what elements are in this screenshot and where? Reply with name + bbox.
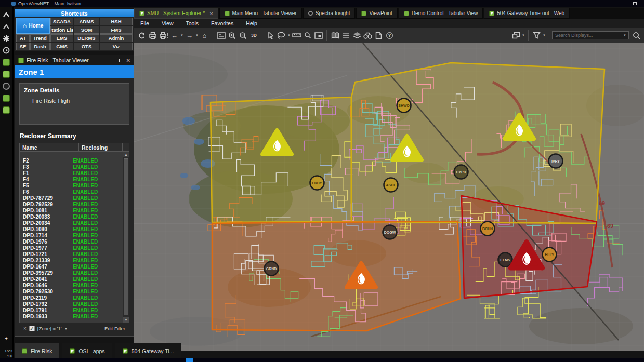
table-row[interactable]: DPD-20033ENABLED bbox=[20, 214, 123, 220]
table-row[interactable]: DPD-20034ENABLED bbox=[20, 220, 123, 226]
search-go-icon[interactable] bbox=[631, 30, 642, 41]
shortcut-gms-button[interactable]: GMS bbox=[50, 43, 73, 50]
app-icon-green-1[interactable] bbox=[2, 58, 11, 67]
lasso-dropdown-caret[interactable]: ▼ bbox=[287, 30, 291, 41]
shortcut-viz-button[interactable]: Viz bbox=[100, 43, 133, 50]
home-nav-icon[interactable]: ⌂ bbox=[199, 30, 210, 41]
menu-item-tools[interactable]: Tools bbox=[180, 20, 205, 26]
filter-funnel-caret[interactable]: ▼ bbox=[542, 30, 546, 41]
document-tab-demo-control-tabular-view[interactable]: Demo Control - Tabular View bbox=[399, 8, 483, 19]
zoom-out-icon[interactable] bbox=[238, 30, 248, 41]
shortcut-som-button[interactable]: SOM bbox=[74, 26, 99, 34]
menu-item-help[interactable]: Help bbox=[240, 20, 264, 26]
shortcut-home-button[interactable]: ⌂ Home bbox=[16, 18, 50, 34]
search-displays-combo[interactable]: ▼ bbox=[552, 31, 629, 39]
panel-close-button[interactable]: ✕ bbox=[126, 58, 130, 63]
app-icon-green-3[interactable] bbox=[2, 93, 11, 103]
menu-item-file[interactable]: File bbox=[134, 20, 155, 26]
help-icon[interactable]: ? bbox=[384, 30, 395, 41]
menu-item-favorites[interactable]: Favorites bbox=[205, 20, 240, 26]
table-row[interactable]: DPD-792529ENABLED bbox=[20, 202, 123, 208]
layers-icon[interactable] bbox=[351, 30, 362, 41]
taskbar-tab-osi-apps[interactable]: OSI - apps bbox=[62, 343, 112, 358]
nav-chevron-icon-2[interactable] bbox=[2, 22, 11, 31]
shortcut-admin-button[interactable]: Admin bbox=[100, 34, 133, 42]
back-icon[interactable]: ← bbox=[169, 30, 180, 41]
table-row[interactable]: DPD-1791ENABLED bbox=[20, 307, 123, 314]
shortcut-scada-button[interactable]: SCADA bbox=[50, 18, 73, 25]
table-row[interactable]: DPD-395729ENABLED bbox=[20, 270, 123, 276]
window-minimize-button[interactable]: — bbox=[617, 1, 622, 6]
filter-expression[interactable]: [Zone] = '1' bbox=[37, 326, 62, 331]
view-3d-button[interactable]: 3D bbox=[248, 30, 259, 41]
nav-chevron-icon-1[interactable] bbox=[2, 10, 11, 19]
document-tab-viewpoint[interactable]: ViewPoint bbox=[356, 8, 397, 19]
shortcut-se-button[interactable]: SE bbox=[16, 43, 30, 50]
book-panel-icon[interactable] bbox=[330, 30, 340, 41]
tab-close-icon[interactable]: × bbox=[209, 10, 213, 17]
taskbar-tab-fire-risk[interactable]: Fire Risk bbox=[15, 343, 59, 358]
table-row[interactable]: DPD-2119ENABLED bbox=[20, 295, 123, 301]
table-row[interactable]: DPD-1080ENABLED bbox=[20, 226, 123, 233]
window-layout-caret[interactable]: ▼ bbox=[521, 30, 525, 41]
forward-dropdown-caret[interactable]: ▼ bbox=[195, 30, 199, 41]
shortcut-ots-button[interactable]: OTS bbox=[74, 43, 99, 50]
document-tab-main-menu-tabular-viewer[interactable]: Main Menu - Tabular Viewer bbox=[219, 8, 302, 19]
pointer-icon[interactable] bbox=[265, 30, 276, 41]
shortcut-adms-button[interactable]: ADMS bbox=[74, 18, 99, 25]
column-header-reclosing[interactable]: Reclosing bbox=[79, 143, 123, 151]
display-window-icon[interactable] bbox=[216, 30, 227, 41]
app-icon-green-4[interactable] bbox=[2, 105, 11, 115]
table-row[interactable]: F2ENABLED bbox=[20, 158, 123, 164]
table-row[interactable]: DPD-787729ENABLED bbox=[20, 195, 123, 202]
lasso-select-icon[interactable] bbox=[276, 30, 287, 41]
scroll-up-button[interactable]: ▲ bbox=[123, 152, 129, 157]
find-zoom-icon[interactable] bbox=[302, 30, 313, 41]
clock-icon[interactable] bbox=[2, 46, 11, 55]
table-scrollbar[interactable]: ▲ ▼ bbox=[123, 152, 129, 323]
edit-filter-button[interactable]: Edit Filter bbox=[104, 326, 125, 331]
table-row[interactable]: F6ENABLED bbox=[20, 189, 123, 195]
zoom-in-icon[interactable] bbox=[227, 30, 238, 41]
taskbar-tab-504-gateway-ti[interactable]: 504 Gateway Ti... bbox=[115, 343, 181, 358]
shortcuts-header[interactable]: Shortcuts bbox=[15, 9, 134, 17]
filter-dropdown-icon[interactable]: ▼ bbox=[64, 327, 68, 330]
table-row[interactable]: F4ENABLED bbox=[20, 177, 123, 183]
table-row[interactable]: DPD-1976ENABLED bbox=[20, 239, 123, 245]
forward-icon[interactable]: → bbox=[184, 30, 195, 41]
table-row[interactable]: F3ENABLED bbox=[20, 164, 123, 170]
table-row[interactable]: F5ENABLED bbox=[20, 183, 123, 189]
favorites-star-icon[interactable] bbox=[2, 34, 11, 43]
document-tab-smu-system-explorer[interactable]: SMU - System Explorer *× bbox=[134, 8, 218, 19]
shortcut-trend-button[interactable]: Trend bbox=[30, 34, 50, 42]
table-row[interactable]: DPD-1933ENABLED bbox=[20, 314, 123, 320]
shortcut-dash-button[interactable]: Dash bbox=[30, 43, 50, 50]
table-row[interactable]: DPD-1714ENABLED bbox=[20, 233, 123, 239]
shortcut-hsh-button[interactable]: HSH bbox=[100, 18, 133, 25]
document-tab-504-gateway-time-out-web[interactable]: 504 Gateway Time-out - Web bbox=[484, 8, 570, 19]
map-canvas[interactable]: 6969SHWDFRDYASHLCYPRIVRYDOGWGRNDBCHNELMS… bbox=[134, 43, 644, 351]
shortcut-station-list-button[interactable]: Station List bbox=[50, 26, 73, 34]
document-icon[interactable] bbox=[373, 30, 384, 41]
window-maximize-button[interactable] bbox=[633, 2, 637, 5]
search-displays-input[interactable] bbox=[554, 32, 623, 38]
print-with-options-icon[interactable] bbox=[158, 30, 169, 41]
table-row[interactable]: F1ENABLED bbox=[20, 170, 123, 177]
table-row[interactable]: DPD-2041ENABLED bbox=[20, 276, 123, 283]
filter-remove-icon[interactable]: × bbox=[23, 326, 27, 331]
spectra-app-icon[interactable] bbox=[2, 82, 11, 91]
overview-window-icon[interactable] bbox=[313, 30, 324, 41]
shortcut-derms-button[interactable]: DERMS bbox=[74, 34, 99, 42]
window-layout-icon[interactable] bbox=[510, 30, 521, 41]
panel-restore-button[interactable] bbox=[115, 59, 120, 62]
shortcut-ems-button[interactable]: EMS bbox=[50, 34, 73, 42]
menu-item-view[interactable]: View bbox=[155, 20, 180, 26]
layer-list-icon[interactable] bbox=[340, 30, 351, 41]
table-row[interactable]: DPD-792530ENABLED bbox=[20, 289, 123, 295]
scroll-thumb[interactable] bbox=[124, 158, 128, 315]
refresh-icon[interactable] bbox=[136, 30, 147, 41]
table-row[interactable]: DPD-21339ENABLED bbox=[20, 258, 123, 264]
scroll-down-button[interactable]: ▼ bbox=[123, 317, 129, 323]
shortcut-at-button[interactable]: AT bbox=[16, 34, 30, 42]
panel-titlebar[interactable]: Fire Risk - Tabular Viewer ✕ bbox=[15, 55, 134, 65]
